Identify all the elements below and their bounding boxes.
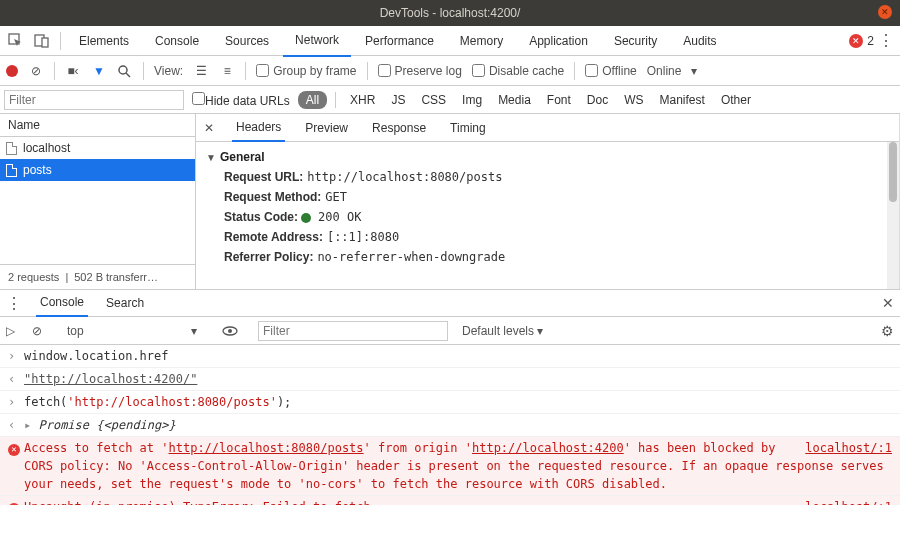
window-titlebar: DevTools - localhost:4200/ ✕ bbox=[0, 0, 900, 26]
scrollbar[interactable] bbox=[887, 142, 899, 289]
tab-console[interactable]: Console bbox=[143, 26, 211, 56]
console-line: ‹"http://localhost:4200/" bbox=[0, 368, 900, 391]
network-filter-input[interactable] bbox=[4, 90, 184, 110]
search-icon[interactable] bbox=[117, 64, 133, 78]
details-tab-timing[interactable]: Timing bbox=[446, 115, 490, 141]
clear-console-icon[interactable]: ⊘ bbox=[32, 324, 42, 338]
disclosure-triangle-icon[interactable]: ▼ bbox=[206, 152, 216, 163]
window-title: DevTools - localhost:4200/ bbox=[380, 6, 521, 20]
inspect-icon[interactable] bbox=[4, 29, 28, 53]
filter-chip-other[interactable]: Other bbox=[715, 91, 757, 109]
svg-point-3 bbox=[119, 66, 127, 74]
request-details: ✕ Headers Preview Response Timing ▼Gener… bbox=[196, 114, 900, 289]
svg-rect-2 bbox=[42, 38, 48, 47]
console-settings-icon[interactable]: ⚙ bbox=[881, 323, 894, 339]
filter-chip-xhr[interactable]: XHR bbox=[344, 91, 381, 109]
remote-address-value: [::1]:8080 bbox=[327, 230, 399, 244]
console-error-line: ✕ localhost/:1 Access to fetch at 'http:… bbox=[0, 437, 900, 496]
view-waterfall-icon[interactable]: ≡ bbox=[219, 64, 235, 78]
svg-line-4 bbox=[126, 73, 130, 77]
request-row-localhost[interactable]: localhost bbox=[0, 137, 195, 159]
request-status-bar: 2 requests|502 B transferr… bbox=[0, 264, 195, 289]
tab-application[interactable]: Application bbox=[517, 26, 600, 56]
clear-icon[interactable]: ⊘ bbox=[28, 64, 44, 78]
document-icon bbox=[6, 164, 17, 177]
headers-general-section: ▼General Request URL:http://localhost:80… bbox=[196, 142, 899, 289]
request-method-label: Request Method: bbox=[224, 190, 321, 204]
filter-chip-ws[interactable]: WS bbox=[618, 91, 649, 109]
status-dot-icon bbox=[301, 213, 311, 223]
console-line: ‹▸ Promise {<pending>} bbox=[0, 414, 900, 437]
console-line: ›window.location.href bbox=[0, 345, 900, 368]
more-menu-icon[interactable]: ⋮ bbox=[876, 31, 896, 50]
hide-data-urls-checkbox[interactable]: Hide data URLs bbox=[192, 92, 290, 108]
offline-checkbox[interactable]: Offline bbox=[585, 64, 636, 78]
error-icon: ✕ bbox=[849, 34, 863, 48]
network-toolbar: ⊘ ■‹ ▼ View: ☰ ≡ Group by frame Preserve… bbox=[0, 56, 900, 86]
filter-chip-js[interactable]: JS bbox=[385, 91, 411, 109]
drawer-tab-search[interactable]: Search bbox=[102, 290, 148, 316]
log-level-select[interactable]: Default levels ▾ bbox=[458, 322, 547, 340]
referrer-policy-label: Referrer Policy: bbox=[224, 250, 313, 264]
execution-context-icon[interactable]: ▷ bbox=[6, 324, 22, 338]
filter-toggle-icon[interactable]: ▼ bbox=[91, 64, 107, 78]
context-select[interactable]: top bbox=[62, 321, 202, 341]
filter-chip-doc[interactable]: Doc bbox=[581, 91, 614, 109]
camera-icon[interactable]: ■‹ bbox=[65, 64, 81, 78]
request-list-header[interactable]: Name bbox=[0, 114, 195, 137]
preserve-log-checkbox[interactable]: Preserve log bbox=[378, 64, 462, 78]
filter-chip-all[interactable]: All bbox=[298, 91, 327, 109]
tab-memory[interactable]: Memory bbox=[448, 26, 515, 56]
console-output: ›window.location.href ‹"http://localhost… bbox=[0, 345, 900, 505]
request-list: Name localhost posts 2 requests|502 B tr… bbox=[0, 114, 196, 289]
details-tab-preview[interactable]: Preview bbox=[301, 115, 352, 141]
error-source-link[interactable]: localhost/:1 bbox=[805, 441, 892, 455]
view-list-icon[interactable]: ☰ bbox=[193, 64, 209, 78]
drawer-tab-console[interactable]: Console bbox=[36, 289, 88, 317]
error-count: 2 bbox=[867, 34, 874, 48]
referrer-policy-value: no-referrer-when-downgrade bbox=[317, 250, 505, 264]
document-icon bbox=[6, 142, 17, 155]
group-by-frame-checkbox[interactable]: Group by frame bbox=[256, 64, 356, 78]
console-toolbar: ▷ ⊘ top Default levels ▾ ⚙ bbox=[0, 317, 900, 345]
throttle-select[interactable]: Online bbox=[647, 64, 682, 78]
tab-network[interactable]: Network bbox=[283, 25, 351, 57]
filter-chip-manifest[interactable]: Manifest bbox=[654, 91, 711, 109]
request-url-label: Request URL: bbox=[224, 170, 303, 184]
request-row-posts[interactable]: posts bbox=[0, 159, 195, 181]
request-url-value: http://localhost:8080/posts bbox=[307, 170, 502, 184]
error-count-badge[interactable]: ✕ 2 bbox=[849, 34, 874, 48]
error-source-link[interactable]: localhost/:1 bbox=[805, 500, 892, 505]
record-button[interactable] bbox=[6, 65, 18, 77]
filter-chip-font[interactable]: Font bbox=[541, 91, 577, 109]
filter-chip-img[interactable]: Img bbox=[456, 91, 488, 109]
tab-performance[interactable]: Performance bbox=[353, 26, 446, 56]
error-icon: ✕ bbox=[8, 444, 20, 456]
filter-chip-css[interactable]: CSS bbox=[415, 91, 452, 109]
device-toggle-icon[interactable] bbox=[30, 29, 54, 53]
network-filter-bar: Hide data URLs All XHR JS CSS Img Media … bbox=[0, 86, 900, 114]
drawer-close-icon[interactable]: ✕ bbox=[882, 295, 894, 311]
request-method-value: GET bbox=[325, 190, 347, 204]
tab-elements[interactable]: Elements bbox=[67, 26, 141, 56]
tab-audits[interactable]: Audits bbox=[671, 26, 728, 56]
drawer-tabs: ⋮ Console Search ✕ bbox=[0, 289, 900, 317]
console-filter-input[interactable] bbox=[258, 321, 448, 341]
close-details-icon[interactable]: ✕ bbox=[202, 121, 216, 135]
remote-address-label: Remote Address: bbox=[224, 230, 323, 244]
details-tab-headers[interactable]: Headers bbox=[232, 114, 285, 142]
tab-sources[interactable]: Sources bbox=[213, 26, 281, 56]
console-error-line: ✕ localhost/:1 Uncaught (in promise) Typ… bbox=[0, 496, 900, 505]
chevron-down-icon[interactable]: ▾ bbox=[691, 64, 697, 78]
disable-cache-checkbox[interactable]: Disable cache bbox=[472, 64, 564, 78]
console-line: ›fetch('http://localhost:8080/posts'); bbox=[0, 391, 900, 414]
window-close-button[interactable]: ✕ bbox=[878, 5, 892, 19]
live-expression-icon[interactable] bbox=[222, 326, 238, 336]
main-tabs: Elements Console Sources Network Perform… bbox=[0, 26, 900, 56]
status-code-label: Status Code: bbox=[224, 210, 298, 224]
details-tab-response[interactable]: Response bbox=[368, 115, 430, 141]
view-label: View: bbox=[154, 64, 183, 78]
tab-security[interactable]: Security bbox=[602, 26, 669, 56]
filter-chip-media[interactable]: Media bbox=[492, 91, 537, 109]
drawer-menu-icon[interactable]: ⋮ bbox=[6, 294, 22, 313]
